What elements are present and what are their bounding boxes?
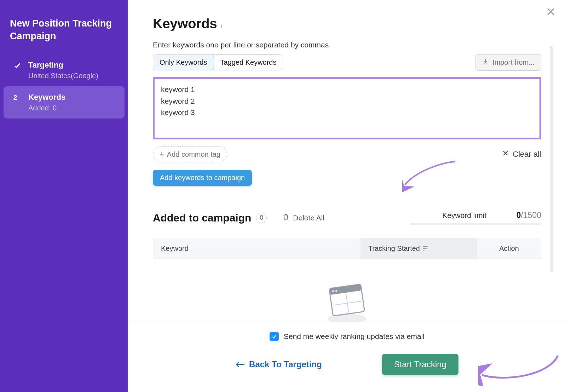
keyword-line: keyword 3 — [161, 107, 533, 119]
import-button[interactable]: Import from... — [475, 54, 541, 71]
delete-all-button[interactable]: Delete All — [282, 213, 324, 223]
back-button[interactable]: Back To Targeting — [236, 359, 322, 369]
tab-tagged-keywords[interactable]: Tagged Keywords — [214, 55, 283, 70]
added-section-title: Added to campaign — [153, 212, 251, 224]
scrollbar[interactable] — [550, 46, 553, 272]
close-icon — [502, 150, 509, 159]
step-sublabel: United States(Google) — [28, 72, 98, 80]
trash-icon — [282, 213, 289, 223]
download-icon — [482, 58, 489, 67]
keywords-textarea[interactable]: keyword 1 keyword 2 keyword 3 — [153, 77, 541, 139]
col-keyword[interactable]: Keyword — [153, 238, 360, 259]
keyword-limit-total: /1500 — [521, 211, 541, 220]
col-action: Action — [477, 238, 541, 259]
keyword-limit-bar — [410, 223, 541, 225]
keyword-mode-tabs: Only Keywords Tagged Keywords — [153, 54, 283, 70]
plus-icon: + — [160, 150, 164, 159]
annotation-arrow-icon — [478, 347, 560, 386]
table-header: Keyword Tracking Started Action — [153, 238, 541, 259]
add-common-tag-button[interactable]: + Add common tag — [153, 146, 227, 162]
email-updates-checkbox[interactable] — [270, 332, 279, 341]
keywords-table: Keyword Tracking Started Action — [153, 238, 541, 259]
sort-icon — [423, 244, 428, 253]
step-label: Keywords — [28, 93, 65, 102]
email-updates-label: Send me weekly ranking updates via email — [284, 332, 424, 341]
col-tracking-started[interactable]: Tracking Started — [360, 238, 477, 259]
start-tracking-button[interactable]: Start Tracking — [382, 354, 458, 375]
page-title: Keywords i — [153, 16, 541, 31]
keyword-line: keyword 2 — [161, 96, 533, 107]
keyword-line: keyword 1 — [161, 84, 533, 96]
tab-only-keywords[interactable]: Only Keywords — [153, 54, 214, 70]
wizard-footer: Send me weekly ranking updates via email… — [128, 322, 566, 392]
annotation-arrow-icon — [402, 160, 459, 199]
added-count-badge: 0 — [256, 213, 267, 223]
add-keywords-button[interactable]: Add keywords to campaign — [153, 170, 252, 186]
close-button[interactable] — [545, 6, 556, 18]
clear-all-button[interactable]: Clear all — [502, 150, 541, 159]
keyword-limit-used: 0 — [516, 211, 521, 220]
step-sublabel: Added: 0 — [28, 104, 65, 112]
info-icon[interactable]: i — [221, 23, 223, 30]
check-icon — [13, 62, 24, 69]
step-targeting[interactable]: Targeting United States(Google) — [4, 54, 125, 86]
keyword-limit-label: Keyword limit — [442, 211, 486, 220]
empty-illustration — [153, 280, 541, 326]
step-number: 2 — [13, 94, 24, 102]
wizard-title: New Position Tracking Campaign — [0, 17, 128, 54]
step-keywords[interactable]: 2 Keywords Added: 0 — [4, 86, 125, 119]
wizard-sidebar: New Position Tracking Campaign Targeting… — [0, 0, 128, 392]
step-label: Targeting — [28, 60, 98, 70]
input-hint: Enter keywords one per line or separated… — [153, 41, 541, 49]
